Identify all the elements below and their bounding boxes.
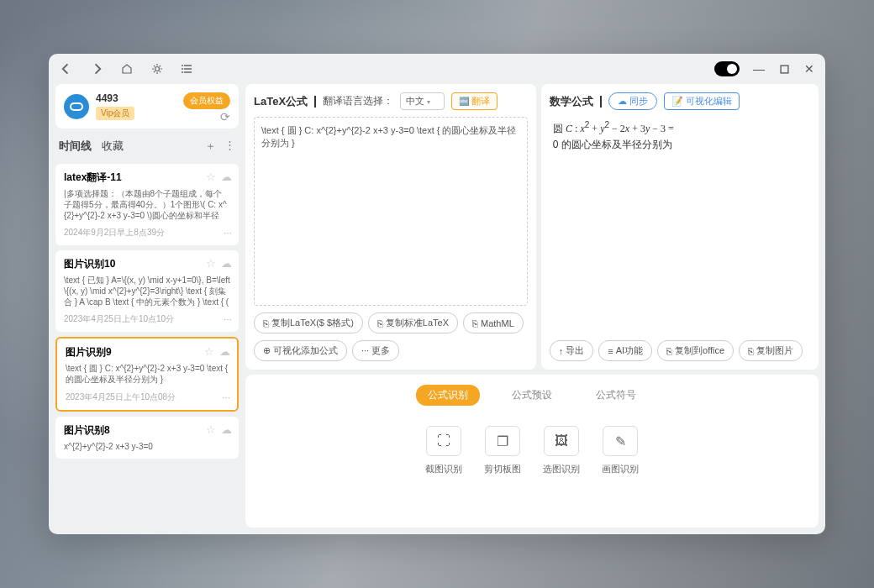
profile-card: 4493 Vip会员 会员权益 ⟳ — [55, 84, 239, 129]
history-item[interactable]: 图片识别10 ☆☁ \text { 已知 } A=\{(x, y) \mid x… — [55, 250, 239, 332]
history-list: latex翻译-11 ☆☁ |多项选择题：（本题由8个子题组成，每个子题得5分，… — [55, 164, 239, 528]
titlebar: — ✕ — [49, 54, 825, 84]
back-icon[interactable] — [59, 61, 74, 76]
list-icon[interactable] — [180, 61, 195, 76]
cloud-icon[interactable]: ☁ — [221, 171, 232, 183]
svg-point-3 — [182, 71, 183, 73]
math-panel-title: 数学公式 — [550, 94, 593, 109]
tab-symbol[interactable]: 公式符号 — [584, 385, 648, 406]
star-icon[interactable]: ☆ — [204, 345, 214, 358]
tab-preset[interactable]: 公式预设 — [500, 385, 564, 406]
close-button[interactable]: ✕ — [803, 63, 815, 75]
maximize-button[interactable] — [778, 63, 790, 75]
history-body: x^{2}+y^{2}-2 x+3 y-3=0 — [64, 441, 230, 452]
history-time: 2024年9月2日早上8点39分 — [64, 227, 230, 239]
copy-latex-button[interactable]: ⎘复制LaTeX($ $格式) — [254, 312, 363, 333]
history-time: 2023年4月25日上午10点10分 — [64, 313, 230, 325]
action-draw[interactable]: ✎ 画图识别 — [602, 426, 639, 475]
avatar[interactable] — [64, 94, 89, 119]
history-more[interactable]: ··· — [222, 391, 230, 403]
visual-add-button[interactable]: ⊕可视化添加公式 — [254, 340, 347, 361]
lang-select[interactable]: 中文 ▾ — [400, 92, 445, 110]
history-more[interactable]: ··· — [224, 227, 232, 239]
sidebar: 4493 Vip会员 会员权益 ⟳ 时间线 收藏 ＋ ⋮ latex翻译-11 — [55, 84, 239, 528]
action-select[interactable]: 🖼 选图识别 — [543, 426, 580, 475]
svg-point-1 — [182, 65, 183, 66]
history-more[interactable]: ··· — [224, 313, 232, 325]
image-icon: 🖼 — [555, 433, 568, 449]
forward-icon[interactable] — [89, 61, 104, 76]
history-item-selected[interactable]: 图片识别9 ☆☁ \text { 圆 } C: x^{2}+y^{2}-2 x+… — [55, 337, 239, 412]
history-item[interactable]: 图片识别8 ☆☁ x^{2}+y^{2}-2 x+3 y-3=0 — [55, 417, 239, 459]
visual-edit-button[interactable]: 📝可视化编辑 — [664, 92, 740, 110]
user-id: 4493 — [96, 92, 134, 104]
formula-display: 圆 C : x2 + y2 − 2x + 3y − 3 = 0 的圆心坐标及半径… — [550, 117, 810, 333]
clipboard-icon: ❐ — [497, 433, 508, 449]
bonus-badge[interactable]: 会员权益 — [183, 92, 230, 109]
history-body: \text { 已知 } A=\{(x, y) \mid x-y+1=0\}, … — [64, 275, 230, 307]
tab-timeline[interactable]: 时间线 — [59, 139, 92, 154]
tab-recognize[interactable]: 公式识别 — [416, 385, 480, 406]
export-button[interactable]: ↑导出 — [550, 340, 594, 361]
action-clipboard[interactable]: ❐ 剪切板图 — [484, 426, 521, 475]
mathml-button[interactable]: ⎘MathML — [463, 312, 524, 333]
bottom-panel: 公式识别 公式预设 公式符号 ⛶ 截图识别 ❐ 剪切板图 🖼 选图识 — [245, 375, 819, 528]
svg-point-0 — [155, 67, 160, 71]
gear-icon[interactable] — [150, 61, 165, 76]
vip-badge: Vip会员 — [96, 107, 134, 120]
cloud-icon[interactable]: ☁ — [219, 345, 230, 358]
crop-icon: ⛶ — [437, 433, 450, 449]
star-icon[interactable]: ☆ — [206, 423, 216, 436]
refresh-icon[interactable]: ⟳ — [220, 110, 230, 123]
history-body: |多项选择题：（本题由8个子题组成，每个子题得5分，最高得40分。）1个图形\(… — [64, 188, 230, 220]
more-button[interactable]: ··· 更多 — [352, 340, 399, 361]
svg-point-2 — [182, 68, 183, 70]
lang-label: 翻译语言选择： — [323, 94, 393, 108]
latex-textarea[interactable]: \text { 圆 } C: x^{2}+y^{2}-2 x+3 y-3=0 \… — [254, 117, 528, 306]
tab-favorites[interactable]: 收藏 — [102, 139, 124, 154]
star-icon[interactable]: ☆ — [206, 257, 216, 270]
ai-button[interactable]: ≡AI功能 — [598, 340, 652, 361]
copy-office-button[interactable]: ⎘复制到office — [657, 340, 734, 361]
theme-toggle[interactable] — [714, 61, 740, 76]
add-icon[interactable]: ＋ — [205, 139, 216, 154]
history-item[interactable]: latex翻译-11 ☆☁ |多项选择题：（本题由8个子题组成，每个子题得5分，… — [55, 164, 239, 245]
copy-image-button[interactable]: ⎘复制图片 — [739, 340, 803, 361]
svg-rect-4 — [781, 66, 788, 73]
app-window: — ✕ 4493 Vip会员 会员权益 ⟳ 时间线 收藏 — [49, 54, 825, 534]
history-time: 2023年4月25日上午10点08分 — [66, 391, 229, 403]
latex-panel-title: LaTeX公式 — [254, 94, 308, 109]
pencil-icon: ✎ — [615, 433, 626, 449]
sidebar-tabs: 时间线 收藏 ＋ ⋮ — [55, 134, 239, 159]
action-screenshot[interactable]: ⛶ 截图识别 — [425, 426, 462, 475]
math-panel: 数学公式 ☁同步 📝可视化编辑 圆 C : x2 + y2 − 2x + 3y … — [541, 84, 819, 370]
content-area: LaTeX公式 翻译语言选择： 中文 ▾ 🔤翻译 \text { 圆 } C: … — [245, 84, 819, 528]
minimize-button[interactable]: — — [753, 63, 765, 75]
translate-button[interactable]: 🔤翻译 — [451, 92, 498, 110]
more-icon[interactable]: ⋮ — [224, 139, 235, 154]
sync-button[interactable]: ☁同步 — [608, 92, 657, 110]
cloud-icon[interactable]: ☁ — [221, 423, 232, 436]
star-icon[interactable]: ☆ — [206, 171, 216, 183]
latex-panel: LaTeX公式 翻译语言选择： 中文 ▾ 🔤翻译 \text { 圆 } C: … — [245, 84, 536, 370]
history-body: \text { 圆 } C: x^{2}+y^{2}-2 x+3 y-3=0 \… — [66, 363, 229, 385]
cloud-icon[interactable]: ☁ — [221, 257, 232, 270]
home-icon[interactable] — [119, 61, 134, 76]
copy-std-button[interactable]: ⎘复制标准LaTeX — [368, 312, 458, 333]
